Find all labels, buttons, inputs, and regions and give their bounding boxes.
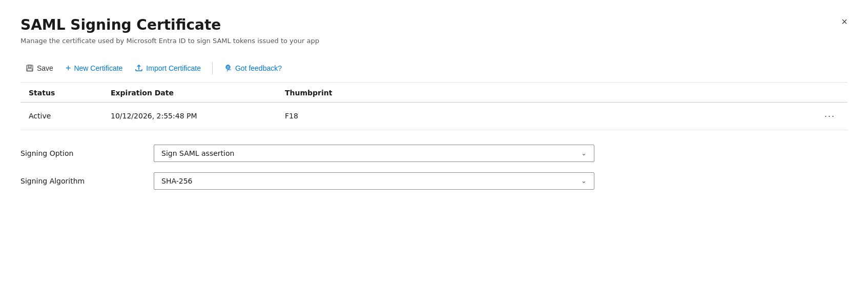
svg-rect-1 [28,65,31,68]
panel-header: SAML Signing Certificate Manage the cert… [20,16,848,45]
toolbar-divider [212,62,213,74]
certificates-table-section: Status Expiration Date Thumbprint Active… [20,83,848,130]
certificates-table: Status Expiration Date Thumbprint Active… [20,83,848,130]
table-row: Active 10/12/2026, 2:55:48 PM F18 ··· [20,102,848,130]
signing-algorithm-value: SHA-256 [161,177,192,185]
import-icon [135,64,143,72]
save-label: Save [37,64,53,72]
signing-option-row: Signing Option Sign SAML assertion ⌄ [20,145,848,162]
cell-status: Active [20,102,102,130]
panel-subtitle: Manage the certificate used by Microsoft… [20,37,848,45]
signing-form: Signing Option Sign SAML assertion ⌄ Sig… [20,145,848,190]
save-button[interactable]: Save [20,61,58,75]
signing-algorithm-row: Signing Algorithm SHA-256 ⌄ [20,172,848,190]
close-icon: × [841,16,848,27]
feedback-icon [224,64,232,72]
cell-actions: ··· [812,102,848,130]
toolbar: Save + New Certificate Import Certificat… [20,55,848,83]
column-header-actions [812,83,848,103]
svg-rect-2 [27,69,32,71]
row-more-button[interactable]: ··· [820,110,839,123]
close-button[interactable]: × [839,14,850,29]
new-certificate-button[interactable]: + New Certificate [60,60,128,77]
plus-icon: + [66,63,71,74]
table-header-row: Status Expiration Date Thumbprint [20,83,848,103]
more-icon: ··· [824,111,835,121]
signing-option-control: Sign SAML assertion ⌄ [154,145,594,162]
signing-algorithm-select[interactable]: SHA-256 ⌄ [154,172,594,190]
signing-option-label: Signing Option [20,149,154,157]
column-header-thumbprint: Thumbprint [277,83,812,103]
chevron-down-icon-2: ⌄ [581,177,587,185]
import-certificate-button[interactable]: Import Certificate [130,61,206,75]
signing-option-value: Sign SAML assertion [161,149,234,157]
column-header-status: Status [20,83,102,103]
feedback-label: Got feedback? [235,64,282,72]
column-header-expiration: Expiration Date [102,83,277,103]
new-certificate-label: New Certificate [74,64,122,72]
import-certificate-label: Import Certificate [146,64,201,72]
save-icon [26,64,34,72]
signing-algorithm-control: SHA-256 ⌄ [154,172,594,190]
signing-algorithm-label: Signing Algorithm [20,177,154,185]
signing-option-select[interactable]: Sign SAML assertion ⌄ [154,145,594,162]
chevron-down-icon: ⌄ [581,149,587,157]
cell-expiration: 10/12/2026, 2:55:48 PM [102,102,277,130]
panel-title: SAML Signing Certificate [20,16,848,34]
saml-signing-certificate-panel: × SAML Signing Certificate Manage the ce… [0,0,868,282]
feedback-button[interactable]: Got feedback? [219,61,287,75]
cell-thumbprint: F18 [277,102,812,130]
